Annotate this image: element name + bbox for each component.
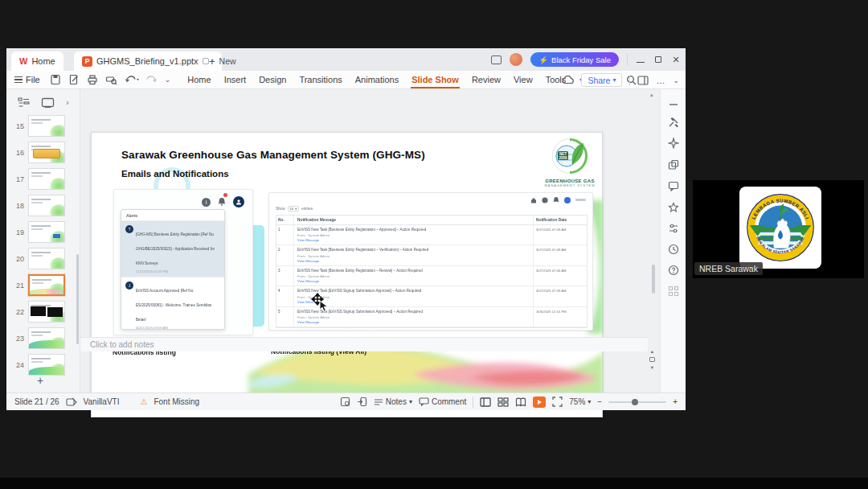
normal-view-icon[interactable] bbox=[480, 397, 491, 407]
zoom-slider-thumb[interactable] bbox=[632, 399, 638, 405]
view-message-link[interactable]: View Message bbox=[297, 259, 530, 263]
menu-tab-insert[interactable]: Insert bbox=[219, 72, 252, 87]
slideshow-setup-icon[interactable] bbox=[340, 397, 350, 407]
slide-thumbnail[interactable] bbox=[28, 221, 65, 243]
panel-scrollbar[interactable] bbox=[76, 254, 79, 344]
share-button[interactable]: Share ▾ bbox=[581, 73, 622, 87]
view-message-link[interactable]: View Message bbox=[297, 238, 530, 242]
slide-thumbnail[interactable] bbox=[28, 274, 65, 296]
next-slide-icon[interactable]: ▾ bbox=[651, 364, 653, 371]
print-preview-icon[interactable] bbox=[105, 74, 117, 85]
slide-thumbnail[interactable] bbox=[28, 168, 65, 190]
previous-slide-icon[interactable]: ▴ bbox=[651, 348, 653, 355]
slide-thumbnail[interactable] bbox=[28, 248, 65, 269]
view-message-link[interactable]: View Message bbox=[297, 300, 530, 304]
slide-thumb-19[interactable]: 19 bbox=[13, 221, 77, 243]
fullscreen-icon[interactable] bbox=[552, 397, 563, 407]
reading-view-icon[interactable] bbox=[515, 397, 526, 407]
slideshow-play-button[interactable] bbox=[533, 397, 546, 408]
view-message-link[interactable]: View Message bbox=[297, 320, 530, 324]
slide-thumbnail[interactable] bbox=[28, 301, 65, 323]
alert-item-2[interactable]: JEnVISS Account Approved [Ref No. ES/202… bbox=[121, 277, 224, 330]
shapes-icon[interactable] bbox=[668, 159, 679, 171]
show-label: Show bbox=[276, 207, 285, 211]
menu-tab-transitions[interactable]: Transitions bbox=[293, 72, 347, 87]
slide-thumb-18[interactable]: 18 bbox=[13, 195, 77, 216]
notes-bar[interactable]: Click to add notes bbox=[80, 337, 648, 351]
slide-thumbnail[interactable] bbox=[28, 195, 65, 216]
slide-canvas[interactable]: Sarawak Greenhouse Gas Management System… bbox=[91, 132, 603, 417]
tab-document[interactable]: P GHGMS_Briefing_v1.pptx * bbox=[74, 51, 222, 71]
menu-tab-design[interactable]: Design bbox=[253, 72, 292, 87]
slide-thumbnail[interactable] bbox=[28, 115, 65, 137]
scrollbar-thumb[interactable] bbox=[652, 265, 655, 294]
settings-sliders-icon[interactable] bbox=[668, 223, 679, 234]
restore-button[interactable] bbox=[653, 55, 663, 64]
apps-grid-icon[interactable] bbox=[668, 286, 679, 297]
slide-thumbnail[interactable] bbox=[28, 354, 65, 376]
tab-switcher-icon[interactable] bbox=[491, 55, 502, 64]
cloud-upload-icon[interactable] bbox=[562, 76, 574, 84]
slide-thumb-20[interactable]: 20 bbox=[13, 248, 77, 269]
play-from-current-icon[interactable] bbox=[357, 397, 367, 407]
menu-tab-home[interactable]: Home bbox=[182, 72, 216, 87]
redo-icon[interactable] bbox=[146, 74, 158, 85]
menu-tab-review[interactable]: Review bbox=[466, 72, 506, 87]
alert-item-1[interactable]: T[GHG-MS] Business Entity Registration [… bbox=[121, 221, 224, 277]
view-message-link[interactable]: View Message bbox=[297, 279, 530, 283]
more-options-icon[interactable]: … bbox=[656, 76, 665, 85]
slide-sorter-icon[interactable] bbox=[497, 397, 509, 407]
collapse-sidebar-icon[interactable] bbox=[668, 99, 679, 110]
panel-expand-icon[interactable]: › bbox=[66, 98, 68, 107]
collapse-ribbon-icon[interactable]: ⌄ bbox=[673, 76, 679, 84]
favorites-icon[interactable] bbox=[668, 202, 679, 213]
ai-assistant-icon[interactable] bbox=[668, 138, 679, 149]
new-tab-button[interactable]: + New bbox=[209, 51, 236, 71]
undo-icon[interactable] bbox=[125, 74, 139, 85]
file-menu-button[interactable]: File bbox=[14, 75, 40, 84]
slide-thumb-23[interactable]: 23 bbox=[13, 327, 77, 349]
comment-button[interactable]: Comment bbox=[419, 397, 466, 406]
zoom-out-button[interactable]: − bbox=[597, 397, 602, 406]
zoom-level[interactable]: 75% ▾ bbox=[569, 397, 591, 406]
outline-view-icon[interactable] bbox=[18, 97, 30, 108]
export-icon[interactable] bbox=[68, 74, 80, 85]
account-avatar[interactable] bbox=[510, 53, 522, 66]
slide-thumb-15[interactable]: 15 bbox=[13, 115, 77, 137]
slide-thumb-24[interactable]: 24 bbox=[13, 354, 77, 376]
theme-name[interactable]: VanillaVTI bbox=[84, 397, 120, 406]
minimize-button[interactable] bbox=[636, 55, 645, 64]
participant-video-tile[interactable]: LEMBAGA SUMBER ASLI DAN ALAM SEKITAR SAR… bbox=[693, 180, 864, 278]
history-icon[interactable] bbox=[668, 244, 679, 255]
layout-panel-icon[interactable] bbox=[637, 76, 649, 85]
tools-icon[interactable] bbox=[668, 117, 679, 128]
slide-thumbnail[interactable] bbox=[28, 142, 65, 163]
slide-thumb-17[interactable]: 17 bbox=[13, 168, 77, 190]
notification-from: From : System Admin bbox=[297, 274, 530, 278]
zoom-slider[interactable] bbox=[608, 401, 666, 403]
black-friday-sale-button[interactable]: ⚡ Black Friday Sale bbox=[530, 52, 619, 67]
font-missing-label[interactable]: Font Missing bbox=[154, 397, 199, 406]
tab-wps-home[interactable]: W Home bbox=[11, 51, 63, 71]
slide-nav-icon[interactable] bbox=[649, 357, 655, 362]
scroll-up-icon[interactable]: ▴ bbox=[650, 92, 653, 98]
help-circle-icon[interactable] bbox=[668, 265, 679, 276]
slide-view-icon[interactable] bbox=[41, 97, 55, 108]
toolbar-more-icon[interactable]: ⌄ bbox=[165, 76, 171, 84]
menu-tab-slide-show[interactable]: Slide Show bbox=[406, 72, 465, 87]
comment-panel-icon[interactable] bbox=[668, 181, 679, 191]
print-icon[interactable] bbox=[87, 74, 98, 85]
notes-toggle[interactable]: Notes ▾ bbox=[374, 397, 412, 406]
zoom-in-button[interactable]: + bbox=[673, 397, 678, 406]
slide-thumbnail[interactable] bbox=[28, 327, 65, 349]
slide-thumb-16[interactable]: 16 bbox=[13, 142, 77, 163]
menu-tab-animations[interactable]: Animations bbox=[350, 72, 404, 87]
close-button[interactable]: ✕ bbox=[671, 55, 681, 65]
page-size-select[interactable]: 10 ▾ bbox=[288, 206, 300, 212]
slide-thumb-22[interactable]: 22 bbox=[13, 301, 77, 323]
menu-tab-view[interactable]: View bbox=[508, 72, 538, 87]
add-slide-button[interactable]: + bbox=[37, 374, 43, 387]
notification-from: From : System Admin bbox=[297, 233, 530, 237]
slide-thumb-21[interactable]: 21 bbox=[13, 274, 77, 296]
save-icon[interactable] bbox=[50, 74, 61, 85]
